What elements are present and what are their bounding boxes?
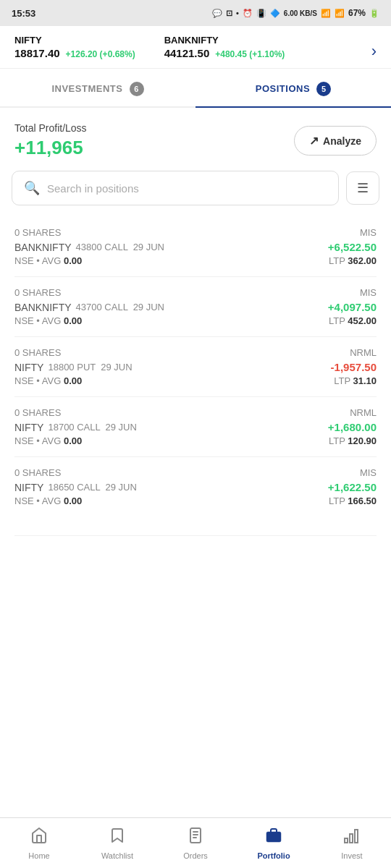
bluetooth-icon: 🔷 [270, 9, 280, 18]
orders-icon [187, 827, 204, 848]
tab-positions-badge: 5 [316, 82, 331, 96]
search-row: 🔍 Search in positions ☰ [0, 171, 391, 217]
position-name: BANKNIFTY 43700 CALL 29 JUN [14, 302, 164, 313]
position-shares: 0 SHARES [14, 287, 61, 298]
position-type: NRML [350, 407, 377, 418]
nifty-section: NIFTY 18817.40 +126.20 (+0.68%) [14, 35, 135, 59]
position-name: NIFTY 18700 CALL 29 JUN [14, 422, 137, 433]
wifi-icon: 📶 [321, 9, 331, 18]
signal-icon: 📶 [335, 9, 345, 18]
speed-icon: 6.00 KB/S [284, 9, 317, 17]
invest-icon [343, 827, 361, 848]
pnl-label: Total Profit/Loss [14, 122, 87, 134]
search-icon: 🔍 [24, 180, 40, 196]
search-box[interactable]: 🔍 Search in positions [12, 171, 339, 205]
position-name: NIFTY 18650 CALL 29 JUN [14, 482, 137, 493]
alarm-icon: ⏰ [243, 9, 253, 18]
position-pnl: +6,522.50 [328, 241, 377, 253]
position-pnl: +4,097.50 [328, 301, 377, 313]
position-pnl: -1,957.50 [331, 361, 377, 373]
position-avg: NSE • AVG 0.00 [14, 495, 82, 506]
home-icon [30, 827, 48, 848]
tab-investments-badge: 6 [130, 82, 144, 96]
chat-icon: 💬 [212, 9, 222, 18]
position-strike: 43800 CALL 29 JUN [76, 242, 164, 252]
filter-button[interactable]: ☰ [346, 171, 379, 205]
nifty-label: NIFTY [14, 35, 135, 46]
pnl-section: Total Profit/Loss +11,965 ↗ Analyze [0, 108, 391, 171]
watchlist-icon [109, 827, 126, 848]
position-avg: NSE • AVG 0.00 [14, 375, 82, 386]
position-type: MIS [360, 467, 377, 478]
position-strike: 43700 CALL 29 JUN [76, 302, 164, 312]
tab-positions[interactable]: POSITIONS 5 [196, 72, 391, 106]
banknifty-value: 44121.50 [164, 47, 210, 59]
banknifty-label: BANKNIFTY [164, 35, 285, 46]
position-name: NIFTY 18800 PUT 29 JUN [14, 362, 133, 373]
position-type: NRML [350, 347, 377, 358]
position-item[interactable]: 0 SHARES NRML NIFTY 18800 PUT 29 JUN -1,… [14, 337, 377, 397]
svg-rect-4 [266, 832, 281, 842]
position-ltp: LTP 452.00 [329, 315, 377, 326]
position-item[interactable]: 0 SHARES MIS BANKNIFTY 43800 CALL 29 JUN… [14, 217, 377, 277]
nav-watchlist[interactable]: Watchlist [78, 827, 156, 860]
tabs: INVESTMENTS 6 POSITIONS 5 [0, 72, 391, 108]
positions-list: 0 SHARES MIS BANKNIFTY 43800 CALL 29 JUN… [0, 217, 391, 536]
battery-percent: 67% [348, 8, 366, 18]
battery-icon: 🔋 [369, 9, 379, 18]
analyze-button[interactable]: ↗ Analyze [294, 126, 377, 156]
dot-icon: • [236, 9, 239, 17]
position-item[interactable]: 0 SHARES MIS NIFTY 18650 CALL 29 JUN +1,… [14, 457, 377, 536]
nifty-value: 18817.40 [14, 47, 60, 59]
position-strike: 18700 CALL 29 JUN [48, 422, 136, 433]
position-shares: 0 SHARES [14, 467, 61, 478]
svg-rect-5 [345, 838, 348, 843]
portfolio-icon [265, 827, 282, 848]
position-ltp: LTP 31.10 [334, 375, 377, 386]
market-header: NIFTY 18817.40 +126.20 (+0.68%) BANKNIFT… [0, 26, 391, 69]
tab-investments-label: INVESTMENTS [51, 83, 122, 94]
position-strike: 18800 PUT 29 JUN [48, 362, 132, 373]
nav-home-label: Home [28, 851, 49, 860]
position-item[interactable]: 0 SHARES NRML NIFTY 18700 CALL 29 JUN +1… [14, 397, 377, 457]
position-shares: 0 SHARES [14, 407, 61, 418]
position-shares: 0 SHARES [14, 347, 61, 358]
position-avg: NSE • AVG 0.00 [14, 435, 82, 446]
banknifty-section: BANKNIFTY 44121.50 +480.45 (+1.10%) [164, 35, 285, 59]
position-ltp: LTP 166.50 [329, 495, 377, 506]
nav-portfolio-label: Portfolio [257, 851, 290, 860]
record-icon: ⊡ [226, 9, 232, 18]
filter-icon: ☰ [357, 180, 369, 196]
status-bar: 15:53 💬 ⊡ • ⏰ 📳 🔷 6.00 KB/S 📶 📶 67% 🔋 [0, 0, 391, 26]
nav-portfolio[interactable]: Portfolio [235, 827, 313, 860]
tab-investments[interactable]: INVESTMENTS 6 [0, 72, 196, 106]
nav-home[interactable]: Home [0, 827, 78, 860]
status-time: 15:53 [12, 8, 35, 19]
position-ltp: LTP 362.00 [329, 255, 377, 266]
position-pnl: +1,680.00 [328, 421, 377, 433]
analyze-icon: ↗ [309, 134, 319, 148]
search-placeholder: Search in positions [47, 182, 139, 195]
chevron-down-icon[interactable]: › [371, 42, 377, 61]
position-type: MIS [360, 287, 377, 298]
analyze-label: Analyze [323, 135, 361, 147]
nifty-change: +126.20 (+0.68%) [66, 49, 135, 59]
position-item[interactable]: 0 SHARES MIS BANKNIFTY 43700 CALL 29 JUN… [14, 277, 377, 337]
tab-positions-label: POSITIONS [256, 83, 310, 94]
position-pnl: +1,622.50 [328, 481, 377, 493]
banknifty-change: +480.45 (+1.10%) [215, 49, 285, 59]
nav-invest[interactable]: Invest [313, 827, 391, 860]
pnl-value: +11,965 [14, 137, 87, 159]
position-name: BANKNIFTY 43800 CALL 29 JUN [14, 242, 164, 253]
nav-orders[interactable]: Orders [156, 827, 235, 860]
nav-orders-label: Orders [183, 851, 208, 860]
nav-watchlist-label: Watchlist [101, 851, 133, 860]
status-icons: 💬 ⊡ • ⏰ 📳 🔷 6.00 KB/S 📶 📶 67% 🔋 [212, 8, 379, 18]
position-ltp: LTP 120.90 [329, 435, 377, 446]
position-avg: NSE • AVG 0.00 [14, 255, 82, 266]
svg-rect-6 [350, 834, 353, 843]
nav-invest-label: Invest [341, 851, 362, 860]
position-shares: 0 SHARES [14, 227, 61, 238]
position-type: MIS [360, 227, 377, 238]
bottom-nav: Home Watchlist Orders Portfolio [0, 817, 391, 868]
